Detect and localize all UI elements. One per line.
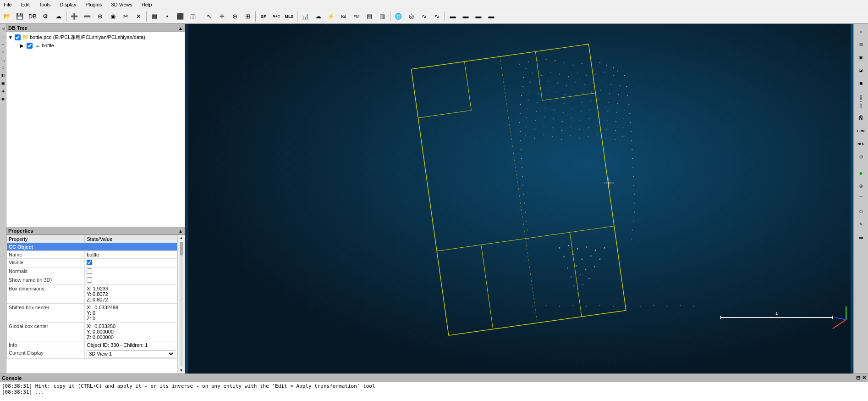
properties-content[interactable]: Property State/Value CC Object Name [6, 235, 177, 373]
prop-value-visible[interactable] [85, 259, 177, 267]
menu-tools[interactable]: Tools [37, 2, 53, 7]
sample-button[interactable]: ◫ [187, 11, 199, 22]
icon1-button[interactable]: ⚡ [325, 11, 337, 22]
rt-btn5[interactable]: ◼ [855, 77, 867, 89]
box-button[interactable]: ▤ [363, 11, 375, 22]
cloud2-button[interactable]: ☁ [312, 11, 324, 22]
mls-button[interactable]: MLS [283, 11, 295, 22]
prop-value-currentdisplay[interactable]: 3D View 1 [85, 349, 177, 359]
wave-button[interactable]: ∿ [418, 11, 430, 22]
pan-button[interactable]: ⊕ [229, 11, 241, 22]
save-button[interactable]: 💾 [14, 11, 26, 22]
properties-maximize[interactable]: ▲ [178, 228, 183, 234]
rt-green-button[interactable]: ● [855, 167, 867, 179]
rt-rog-button[interactable]: ◎ [855, 180, 867, 192]
menu-edit[interactable]: Edit [19, 2, 32, 7]
lv-btn8[interactable]: ▣ [0, 79, 6, 87]
bar1-button[interactable]: ▬ [447, 11, 459, 22]
filter-button[interactable]: ◉ [107, 11, 119, 22]
scroll-down-arrow[interactable]: ▼ [179, 368, 184, 373]
subtract-button[interactable]: ➖ [81, 11, 93, 22]
current-display-select[interactable]: 3D View 1 [87, 350, 175, 357]
translate-button[interactable]: ✛ [216, 11, 228, 22]
svg-point-105 [527, 109, 528, 110]
scroll-thumb[interactable] [180, 242, 183, 256]
open-button[interactable]: 📂 [1, 11, 13, 22]
menu-file[interactable]: File [2, 2, 14, 7]
scroll-up-arrow[interactable]: ▲ [179, 235, 184, 241]
normals-checkbox[interactable] [87, 268, 92, 274]
cloud-button[interactable]: ☁ [52, 11, 64, 22]
icon2-button[interactable]: ▥ [376, 11, 388, 22]
cursor-button[interactable]: ↖ [203, 11, 215, 22]
wave2-button[interactable]: ∿ [431, 11, 443, 22]
tree-arrow-root[interactable]: ▼ [8, 35, 14, 40]
globe-button[interactable]: 🌐 [392, 11, 404, 22]
rt-btn1[interactable]: ■ [855, 26, 867, 38]
stat-button[interactable]: 📊 [299, 11, 311, 22]
rt-hrm-button[interactable]: HRM [855, 125, 867, 137]
menu-help[interactable]: Help [140, 2, 154, 7]
filter2-button[interactable]: ▪ [161, 11, 173, 22]
tree-item-root[interactable]: ▼ 📁 bottle.pcd (E:/PCL课程/PCLshiyan/PCLsh… [7, 33, 184, 41]
lv-btn10[interactable]: ◉ [0, 95, 6, 102]
rt-arc-button[interactable]: ⌒ [855, 193, 867, 205]
db-tree-content[interactable]: ▼ 📁 bottle.pcd (E:/PCL课程/PCLshiyan/PCLsh… [6, 32, 185, 227]
lv-btn6[interactable]: □ [0, 64, 6, 71]
menu-3dviews[interactable]: 3D Views [110, 2, 134, 7]
lv-btn2[interactable]: ↕ [0, 33, 6, 40]
svg-point-45 [627, 95, 628, 96]
prop-value-showname[interactable] [85, 276, 177, 285]
globe2-button[interactable]: ◎ [405, 11, 417, 22]
rt-bar-button[interactable]: ▬ [855, 231, 867, 243]
merge-button[interactable]: ⊕ [94, 11, 106, 22]
add-button[interactable]: ➕ [68, 11, 80, 22]
lv-btn1[interactable]: ◁ [0, 25, 6, 32]
bar3-button[interactable]: ▬ [472, 11, 484, 22]
rt-btn3[interactable]: ▣ [855, 51, 867, 63]
voxel-button[interactable]: ⬛ [174, 11, 186, 22]
tree-checkbox-root[interactable] [15, 34, 21, 40]
console-close-button[interactable]: ✕ [862, 375, 866, 381]
rt-shape-button[interactable]: ⬡ [855, 206, 867, 217]
tree-checkbox-bottle[interactable] [27, 43, 33, 49]
properties-button[interactable]: ⚙ [39, 11, 51, 22]
tree-item-bottle[interactable]: ▶ ☁ bottle [7, 41, 184, 50]
showname-checkbox[interactable] [87, 277, 92, 283]
bar4-button[interactable]: ▬ [485, 11, 497, 22]
prop-value-normals[interactable] [85, 267, 177, 276]
rt-btn4[interactable]: ◪ [855, 64, 867, 76]
nc-button[interactable]: N+C [270, 11, 282, 22]
grid-button[interactable]: ▦ [148, 11, 160, 22]
rt-n-button[interactable]: N̂ [855, 112, 867, 124]
scroll-track[interactable] [180, 242, 183, 367]
viewport[interactable]: 1 [185, 24, 853, 373]
menu-display[interactable]: Display [58, 2, 78, 7]
visible-checkbox[interactable] [87, 260, 92, 265]
lv-btn7[interactable]: ◧ [0, 72, 6, 79]
kd-button[interactable]: Kd [338, 11, 350, 22]
fm-button[interactable]: FM [351, 11, 363, 22]
bar2-button[interactable]: ▬ [460, 11, 472, 22]
delete-button[interactable]: ✕ [132, 11, 144, 22]
prop-value-name[interactable]: bottle [85, 251, 177, 259]
svg-point-30 [520, 131, 521, 132]
tree-arrow-bottle[interactable]: ▶ [20, 43, 26, 48]
properties-scrollbar[interactable]: ▲ ▼ [177, 235, 185, 373]
sf-button[interactable]: SF [258, 11, 269, 22]
segment-button[interactable]: ✂ [120, 11, 132, 22]
lv-btn4[interactable]: ⊕ [0, 48, 6, 56]
rt-btn2[interactable]: ⊟ [855, 39, 867, 50]
db-button[interactable]: DB [27, 11, 38, 22]
rt-nfc-button[interactable]: NFC [855, 138, 867, 150]
zoom-button[interactable]: ⊞ [242, 11, 253, 22]
menu-plugins[interactable]: Plugins [83, 2, 104, 7]
console-restore-button[interactable]: ⊟ [856, 375, 860, 381]
rt-edit-button[interactable]: ✎ [855, 218, 867, 230]
rt-grid-button[interactable]: ⊞ [855, 151, 867, 163]
svg-point-48 [630, 122, 631, 123]
lv-btn3[interactable]: + [0, 40, 6, 48]
lv-btn9[interactable]: ◈ [0, 87, 6, 95]
lv-btn5[interactable]: 🔍 [0, 56, 6, 63]
db-tree-maximize[interactable]: ▲ [178, 26, 183, 31]
